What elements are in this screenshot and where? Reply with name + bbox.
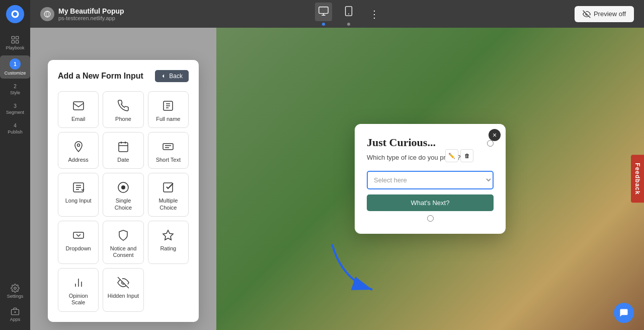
svg-point-17 xyxy=(77,144,79,147)
svg-rect-18 xyxy=(119,143,128,152)
form-item-longinput[interactable]: Long Input xyxy=(58,173,99,216)
chat-bubble[interactable] xyxy=(614,303,634,323)
shorttext-label: Short Text xyxy=(156,157,181,163)
popup-radio-bottom[interactable] xyxy=(427,215,434,222)
form-item-rating[interactable]: Rating xyxy=(148,221,189,264)
main-area: My Beautiful Popup ps-testceren.netlify.… xyxy=(30,0,644,330)
content-area: Add a New Form Input Back Email xyxy=(30,28,644,330)
popup-container: × Just Curious... Which type of ice do y… xyxy=(355,124,506,233)
site-url: ps-testceren.netlify.app xyxy=(58,15,124,21)
svg-marker-30 xyxy=(163,230,173,240)
sidebar-item-apps[interactable]: Apps xyxy=(7,304,24,325)
delete-button[interactable]: 🗑 xyxy=(460,149,473,162)
opinionscale-icon xyxy=(71,276,86,290)
form-item-multiplechoice[interactable]: Multiple Choice xyxy=(148,173,189,216)
step-circle-customize: 1 xyxy=(10,58,21,70)
topbar: My Beautiful Popup ps-testceren.netlify.… xyxy=(30,0,644,28)
sidebar-label-segment: Segment xyxy=(6,110,24,115)
address-label: Address xyxy=(68,157,88,163)
preview-button[interactable]: Preview off xyxy=(575,6,634,22)
dropdown-icon xyxy=(71,228,86,242)
popup-question: Which type of ice do you prefer? xyxy=(367,153,494,162)
rating-icon xyxy=(161,228,175,242)
mobile-button[interactable] xyxy=(340,3,357,21)
svg-point-6 xyxy=(14,287,17,290)
svg-rect-22 xyxy=(163,144,173,150)
hiddeninput-icon xyxy=(116,276,130,290)
modal-overlay: Add a New Form Input Back Email xyxy=(30,28,216,330)
desktop-indicator-dot xyxy=(322,23,325,26)
sidebar-label-apps: Apps xyxy=(10,317,21,322)
form-item-hiddeninput[interactable]: Hidden Input xyxy=(103,268,143,311)
device-switcher: ⋮ xyxy=(130,3,569,26)
modal-header: Add a New Form Input Back xyxy=(58,70,189,82)
sidebar-label-customize: Customize xyxy=(5,71,26,76)
popup-box: × Just Curious... Which type of ice do y… xyxy=(355,124,506,233)
svg-rect-15 xyxy=(73,102,84,110)
site-details: My Beautiful Popup ps-testceren.netlify.… xyxy=(58,7,124,21)
sidebar-label-publish: Publish xyxy=(8,129,23,135)
svg-rect-28 xyxy=(164,183,173,192)
desktop-device xyxy=(315,3,332,26)
noticeconsent-icon xyxy=(116,228,130,242)
site-icon xyxy=(40,7,54,21)
svg-point-13 xyxy=(348,13,349,14)
form-item-shorttext[interactable]: Short Text xyxy=(148,132,189,169)
form-item-noticeconsent[interactable]: Notice and Consent xyxy=(103,221,143,264)
shorttext-icon xyxy=(161,140,175,154)
multiplechoice-label: Multiple Choice xyxy=(152,197,184,211)
form-item-dropdown[interactable]: Dropdown xyxy=(58,221,99,264)
form-item-fullname[interactable]: Full name xyxy=(148,91,189,128)
sidebar-item-playbook[interactable]: Playbook xyxy=(0,32,30,53)
form-input-grid: Email Phone xyxy=(58,91,189,312)
form-item-address[interactable]: Address xyxy=(58,132,99,169)
svg-rect-11 xyxy=(319,7,328,13)
site-name: My Beautiful Popup xyxy=(58,7,124,15)
sidebar-label-settings: Settings xyxy=(7,294,24,299)
popup-select[interactable]: Select here xyxy=(367,171,494,189)
edit-button[interactable]: ✏️ xyxy=(445,149,458,162)
popup-submit-button[interactable]: What's Next? xyxy=(367,194,494,211)
svg-point-1 xyxy=(13,12,17,16)
fullname-icon xyxy=(161,99,175,113)
email-icon xyxy=(71,99,86,113)
popup-close-button[interactable]: × xyxy=(489,129,501,141)
edit-icons: ✏️ 🗑 xyxy=(445,149,473,162)
form-item-phone[interactable]: Phone xyxy=(103,91,143,128)
svg-rect-4 xyxy=(12,41,14,43)
site-info: My Beautiful Popup ps-testceren.netlify.… xyxy=(40,7,124,21)
sidebar-label-playbook: Playbook xyxy=(6,45,24,50)
opinionscale-label: Opinion Scale xyxy=(62,293,94,306)
date-icon xyxy=(116,140,130,154)
form-item-singlechoice[interactable]: Single Choice xyxy=(103,173,143,216)
popup-title: Just Curious... xyxy=(367,136,436,149)
sidebar-item-settings[interactable]: Settings xyxy=(7,281,24,302)
phone-icon xyxy=(116,99,130,113)
svg-rect-5 xyxy=(16,41,19,43)
svg-rect-29 xyxy=(73,232,84,238)
sidebar-item-customize[interactable]: 1 Customize xyxy=(0,55,30,79)
feedback-tab[interactable]: Feedback xyxy=(631,155,644,203)
app-logo[interactable] xyxy=(6,5,24,23)
desktop-button[interactable] xyxy=(315,3,332,21)
sidebar-item-publish[interactable]: 4 Publish xyxy=(0,120,30,138)
fullname-label: Full name xyxy=(156,116,180,122)
svg-rect-2 xyxy=(12,36,14,39)
left-panel: Add a New Form Input Back Email xyxy=(30,28,216,330)
more-options-button[interactable]: ⋮ xyxy=(365,6,383,22)
form-item-email[interactable]: Email xyxy=(58,91,99,128)
sidebar-item-segment[interactable]: 3 Segment xyxy=(0,100,30,118)
back-button[interactable]: Back xyxy=(155,70,189,82)
longinput-icon xyxy=(71,180,86,194)
form-item-date[interactable]: Date xyxy=(103,132,143,169)
longinput-label: Long Input xyxy=(65,197,92,204)
popup-radio-top[interactable] xyxy=(487,140,494,147)
mobile-device xyxy=(340,3,357,26)
email-label: Email xyxy=(71,116,86,122)
preview-area: × Just Curious... Which type of ice do y… xyxy=(216,28,644,330)
date-label: Date xyxy=(117,157,129,163)
hiddeninput-label: Hidden Input xyxy=(108,293,139,299)
form-item-opinionscale[interactable]: Opinion Scale xyxy=(58,268,99,311)
sidebar-item-style[interactable]: 2 Style xyxy=(0,81,30,98)
dropdown-label: Dropdown xyxy=(66,245,91,252)
